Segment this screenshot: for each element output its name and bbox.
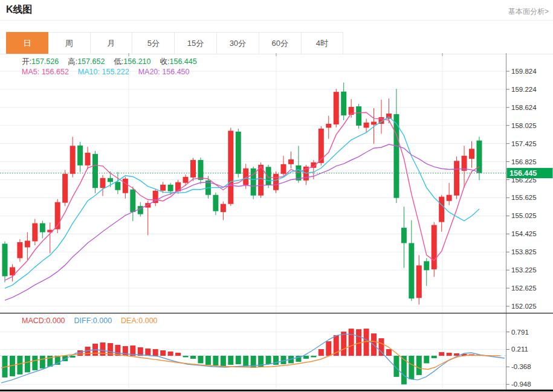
macd-histogram-bar (409, 356, 414, 379)
macd-histogram-bar (145, 349, 150, 356)
macd-histogram-bar (401, 356, 407, 384)
open-value: 开:157.526 (22, 57, 59, 67)
macd-histogram-bar (266, 356, 271, 364)
macd-histogram-bar (424, 356, 429, 363)
candle-body (62, 174, 68, 203)
ma5-line (5, 112, 479, 280)
candle-body (190, 160, 196, 178)
macd-histogram-bar (341, 332, 346, 356)
candle-body (115, 182, 120, 190)
macd-histogram-bar (319, 349, 324, 356)
macd-axis-label: -0.948 (511, 381, 531, 388)
macd-histogram-bar (183, 356, 189, 357)
ma10-line (5, 117, 479, 288)
candle-body (92, 154, 98, 188)
macd-histogram-bar (379, 338, 384, 356)
close-value: 收:156.445 (160, 57, 197, 67)
price-axis-label: 152.625 (511, 284, 537, 292)
macd-histogram-bar (432, 356, 437, 358)
candle-body (326, 124, 331, 127)
candle-body (439, 197, 444, 222)
price-axis-label: 155.025 (511, 212, 537, 219)
ohlc-info-bar: 开:157.526 高:157.652 低:156.210 收:156.445 (22, 57, 206, 67)
price-axis-label: 158.624 (511, 104, 537, 111)
macd-histogram-bar (303, 356, 309, 359)
candle-body (25, 241, 30, 248)
candle-body (432, 225, 437, 269)
candle-body (236, 132, 241, 174)
macd-histogram-bar (416, 356, 422, 375)
candle-body (168, 185, 173, 191)
ma20-line (5, 144, 479, 300)
macd-histogram-bar (32, 356, 37, 370)
dea-value: DEA:0.000 (121, 316, 157, 325)
candle-body (17, 242, 22, 258)
candle-body (454, 161, 459, 195)
candle-body (409, 243, 414, 299)
candle-body (100, 178, 105, 188)
macd-histogram-bar (213, 356, 218, 365)
macd-info-bar: MACD:0.000 DIFF:0.000 DEA:0.000 (22, 316, 167, 325)
macd-axis-label: -0.368 (511, 363, 531, 370)
price-axis-label: 159.824 (511, 68, 537, 75)
low-value: 低:156.210 (114, 57, 150, 67)
price-axis-label: 158.025 (511, 122, 537, 129)
ma-info-bar: MA5: 156.652 MA10: 155.222 MA20: 156.450 (22, 68, 198, 76)
candle-body (341, 92, 346, 115)
candle-body (288, 159, 294, 164)
macd-value: MACD:0.000 (22, 316, 65, 325)
macd-histogram-bar (40, 356, 45, 368)
macd-histogram-bar (160, 350, 166, 356)
macd-histogram-bar (311, 356, 316, 357)
ma5-value: MA5: 156.652 (22, 68, 69, 76)
macd-histogram-bar (281, 356, 286, 364)
candle-body (213, 195, 218, 211)
diff-value: DIFF:0.000 (74, 316, 112, 325)
macd-histogram-bar (198, 356, 203, 363)
candle-body (32, 223, 37, 242)
ma20-value: MA20: 156.450 (138, 68, 190, 76)
candle-body (416, 265, 422, 298)
macd-histogram-bar (221, 356, 226, 366)
macd-histogram-bar (228, 356, 233, 365)
candle-body (424, 261, 429, 270)
macd-histogram-bar (349, 329, 354, 356)
price-axis-label: 154.425 (511, 230, 537, 237)
macd-axis-label: 0.791 (511, 329, 529, 336)
candle-body (130, 190, 135, 212)
kline-widget: K线图 基本面分析> 日周月5分15分30分60分4时 159.824159.2… (0, 0, 553, 392)
price-axis-label: 156.825 (511, 158, 537, 165)
candle-body (198, 160, 203, 180)
macd-histogram-bar (205, 356, 211, 365)
macd-histogram-bar (236, 356, 241, 364)
candle-body (469, 149, 474, 158)
candle-body (123, 179, 128, 193)
macd-histogram-bar (153, 349, 158, 356)
macd-histogram-bar (386, 349, 392, 356)
price-axis-label: 159.224 (511, 86, 537, 93)
price-axis-label: 153.825 (511, 248, 537, 255)
ma10-value: MA10: 155.222 (78, 68, 129, 76)
candle-body (108, 178, 113, 182)
macd-histogram-bar (168, 352, 173, 356)
price-axis-label: 155.625 (511, 194, 537, 201)
macd-axis-label: 0.211 (511, 345, 528, 353)
candle-body (85, 153, 91, 165)
price-axis-label: 153.225 (511, 266, 537, 274)
candle-body (221, 204, 226, 212)
candle-body (371, 121, 377, 124)
price-axis-label: 157.425 (511, 140, 537, 147)
candle-body (228, 130, 233, 204)
candle-body (281, 164, 286, 174)
candle-body (266, 167, 271, 185)
macd-histogram-bar (439, 352, 444, 356)
candle-body (273, 174, 279, 190)
candle-body (447, 195, 452, 201)
macd-histogram-bar (25, 356, 30, 372)
macd-histogram-bar (190, 356, 196, 359)
macd-histogram-bar (326, 341, 331, 356)
macd-histogram-bar (175, 353, 181, 356)
candle-body (364, 123, 369, 127)
candle-body (183, 177, 189, 183)
current-price-label: 156.445 (509, 169, 537, 178)
